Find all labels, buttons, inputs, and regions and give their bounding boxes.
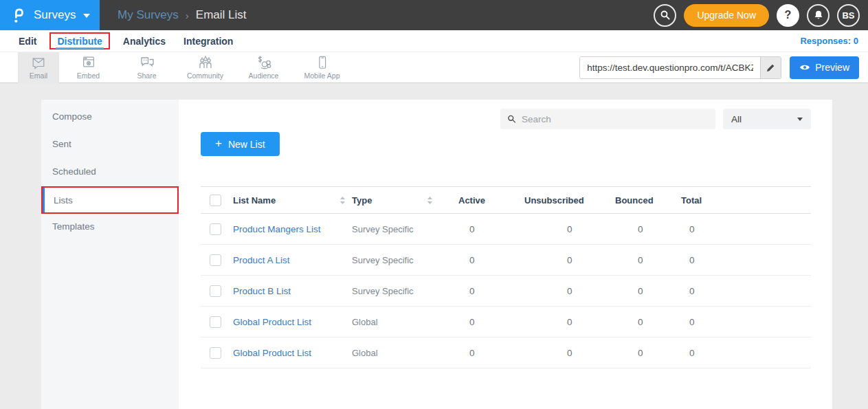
row-checkbox[interactable] [210, 223, 221, 235]
section-tabs: Edit Distribute Analytics Integration Re… [0, 30, 868, 52]
total-count: 0 [681, 224, 811, 234]
table-row: Product B List Survey Specific 0 0 0 0 [201, 276, 811, 307]
toolbar-tab-embed[interactable]: Embed [59, 52, 118, 83]
table-header: List Name Type Active Unsubsc [201, 186, 811, 214]
toolbar-tab-email[interactable]: Email [18, 52, 59, 83]
unsubscribed-count: 0 [524, 224, 615, 234]
bounced-count: 0 [615, 224, 681, 234]
sidebar-item-compose[interactable]: Compose [41, 104, 179, 131]
notifications-button[interactable] [807, 4, 830, 27]
row-checkbox[interactable] [210, 347, 221, 359]
chevron-down-icon [797, 118, 803, 121]
list-type-filter[interactable]: All [723, 109, 811, 129]
upgrade-button[interactable]: Upgrade Now [684, 4, 769, 27]
toolbar-tab-label: Community [187, 71, 223, 80]
content-area: Compose Sent Scheduled Lists Templates [0, 83, 868, 409]
toolbar-tab-label: Embed [77, 71, 100, 80]
new-list-label: New List [228, 139, 265, 150]
search-icon [507, 114, 516, 124]
edit-url-button[interactable] [760, 56, 781, 79]
toolbar-tab-mobile-app[interactable]: Mobile App [293, 52, 351, 83]
bounced-count: 0 [615, 286, 681, 296]
screen: Surveys My Surveys › Email List Upgrade … [0, 0, 868, 409]
share-icon [138, 55, 156, 70]
column-header-total: Total [681, 195, 811, 206]
total-count: 0 [681, 348, 811, 358]
total-count: 0 [681, 286, 811, 296]
table-row: Global Product List Global 0 0 0 0 [201, 338, 811, 368]
row-checkbox[interactable] [210, 254, 221, 266]
tab-integration[interactable]: Integration [175, 36, 242, 47]
column-header-bounced: Bounced [615, 195, 681, 206]
search-input[interactable] [522, 114, 709, 124]
active-count: 0 [458, 317, 524, 327]
unsubscribed-count: 0 [524, 348, 615, 358]
select-all-checkbox[interactable] [210, 195, 221, 206]
search-button[interactable] [654, 4, 676, 27]
bounced-count: 0 [615, 255, 681, 265]
sort-icon[interactable] [427, 197, 432, 204]
survey-url-wrap [579, 56, 781, 79]
list-name-link[interactable]: Product A List [233, 255, 352, 265]
product-label: Surveys [34, 8, 76, 22]
lists-table: List Name Type Active Unsubsc [201, 186, 811, 368]
mobile-app-icon [317, 55, 328, 70]
active-count: 0 [458, 224, 524, 234]
table-row: Global Product List Global 0 0 0 0 [201, 307, 811, 338]
email-sidebar: Compose Sent Scheduled Lists Templates [41, 100, 179, 409]
community-icon [197, 55, 214, 70]
list-name-link[interactable]: Product B List [233, 286, 352, 296]
breadcrumb-separator: › [186, 10, 189, 21]
total-count: 0 [681, 317, 811, 327]
sidebar-item-lists[interactable]: Lists [41, 186, 179, 214]
new-list-button[interactable]: + New List [201, 132, 280, 156]
list-type: Survey Specific [352, 224, 458, 234]
active-count: 0 [458, 348, 524, 358]
tab-edit[interactable]: Edit [10, 36, 45, 47]
responses-count[interactable]: Responses: 0 [800, 36, 858, 46]
row-checkbox[interactable] [210, 285, 221, 297]
sidebar-item-templates[interactable]: Templates [41, 214, 179, 241]
breadcrumb-current: Email List [196, 8, 247, 22]
sort-icon[interactable] [340, 197, 345, 204]
toolbar-tab-community[interactable]: Community [176, 52, 234, 83]
survey-url-input[interactable] [580, 57, 760, 78]
topbar: Surveys My Surveys › Email List Upgrade … [0, 0, 868, 30]
sidebar-item-scheduled[interactable]: Scheduled [41, 159, 179, 186]
questionpro-logo-icon [11, 6, 26, 25]
list-type: Global [352, 317, 458, 327]
filter-row: All [201, 109, 811, 129]
list-type: Survey Specific [352, 255, 458, 265]
toolbar-tab-share[interactable]: Share [118, 52, 176, 83]
toolbar-tab-label: Share [137, 71, 156, 80]
survey-url-group: Preview [579, 56, 868, 79]
preview-label: Preview [815, 62, 849, 73]
list-name-link[interactable]: Global Product List [233, 348, 352, 358]
avatar[interactable]: BS [837, 4, 860, 27]
breadcrumb-my-surveys[interactable]: My Surveys [118, 8, 179, 22]
list-type: Survey Specific [352, 286, 458, 296]
toolbar-tab-label: Email [30, 71, 47, 80]
toolbar-tab-audience[interactable]: Audience [234, 52, 293, 83]
column-header-unsubscribed: Unsubscribed [524, 195, 615, 206]
table-row: Product A List Survey Specific 0 0 0 0 [201, 245, 811, 276]
column-header-active: Active [458, 195, 524, 206]
email-lists-card: Compose Sent Scheduled Lists Templates [41, 100, 832, 409]
column-header-type[interactable]: Type [352, 195, 458, 206]
preview-button[interactable]: Preview [790, 56, 859, 79]
unsubscribed-count: 0 [524, 317, 615, 327]
help-button[interactable]: ? [777, 4, 799, 27]
bell-icon [813, 10, 824, 21]
unsubscribed-count: 0 [524, 255, 615, 265]
product-switcher[interactable]: Surveys [0, 0, 100, 30]
list-name-link[interactable]: Global Product List [233, 317, 352, 327]
row-checkbox[interactable] [210, 316, 221, 328]
list-name-link[interactable]: Product Mangers List [233, 224, 352, 234]
tab-analytics[interactable]: Analytics [114, 36, 175, 47]
column-header-list-name[interactable]: List Name [233, 195, 352, 206]
pencil-icon [766, 63, 775, 72]
eye-icon [799, 63, 810, 71]
tab-distribute[interactable]: Distribute [56, 36, 103, 49]
search-icon [660, 10, 671, 21]
sidebar-item-sent[interactable]: Sent [41, 131, 179, 159]
